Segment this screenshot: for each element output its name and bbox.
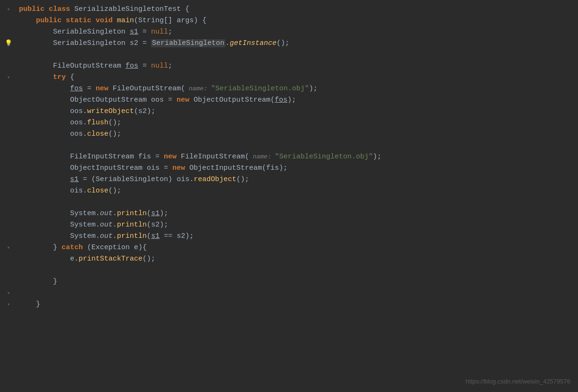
token: ) { bbox=[194, 17, 206, 25]
token: FileInputStream bbox=[70, 153, 138, 161]
token: fis bbox=[138, 153, 151, 161]
fold-icon[interactable]: ▾ bbox=[7, 289, 10, 297]
code-text: SeriableSingleton s2 = SeriableSingleton… bbox=[17, 38, 578, 49]
code-line: ▾public class SerializableSingletonTest … bbox=[0, 4, 578, 15]
token: s1 bbox=[151, 209, 160, 218]
code-line: oos.flush(); bbox=[0, 117, 578, 129]
token: (); bbox=[142, 255, 155, 263]
code-line: ObjectInputStream ois = new ObjectInputS… bbox=[0, 163, 578, 174]
token: . bbox=[96, 232, 100, 240]
fold-icon[interactable]: ▾ bbox=[7, 301, 10, 309]
code-text: fos = new FileOutputStream( name: "Seria… bbox=[17, 83, 578, 94]
code-line: public static void main(String[] args) { bbox=[0, 15, 578, 26]
code-text: e.printStackTrace(); bbox=[17, 253, 578, 264]
code-line: s1 = (SeriableSingleton) ois.readObject(… bbox=[0, 174, 578, 185]
token: new bbox=[164, 153, 181, 161]
code-text: SeriableSingleton s1 = null; bbox=[17, 26, 578, 37]
code-line bbox=[0, 140, 578, 151]
token: = bbox=[79, 175, 91, 183]
token: = bbox=[83, 85, 96, 93]
token: catch bbox=[62, 244, 87, 252]
code-line: SeriableSingleton s1 = null; bbox=[0, 26, 578, 38]
token: = bbox=[151, 153, 164, 161]
code-line: fos = new FileOutputStream( name: "Seria… bbox=[0, 83, 578, 95]
token: (); bbox=[108, 119, 121, 127]
token: . bbox=[113, 209, 117, 218]
token: name: bbox=[185, 85, 211, 92]
code-line: 💡 SeriableSingleton s2 = SeriableSinglet… bbox=[0, 38, 578, 49]
token: ; bbox=[168, 28, 172, 36]
code-text: s1 = (SeriableSingleton) ois.readObject(… bbox=[17, 174, 578, 185]
code-text bbox=[17, 140, 578, 151]
token: ( bbox=[147, 209, 151, 218]
token: s2 bbox=[177, 232, 185, 240]
fold-icon[interactable]: ▾ bbox=[7, 74, 10, 82]
token: static bbox=[66, 17, 96, 25]
token: . bbox=[83, 187, 87, 195]
token: SeriableSingleton bbox=[53, 39, 130, 47]
code-text bbox=[17, 49, 578, 60]
code-text: ois.close(); bbox=[17, 185, 578, 196]
token: SeriableSingleton bbox=[151, 39, 225, 47]
code-line: System.out.println(s2); bbox=[0, 219, 578, 231]
token: SeriableSingleton bbox=[96, 175, 168, 183]
code-line: ▾ } catch (Exception e){ bbox=[0, 242, 578, 253]
token: ObjectOutputStream bbox=[194, 96, 270, 104]
token: null bbox=[151, 62, 168, 70]
token: main bbox=[117, 17, 134, 25]
token: ( bbox=[147, 232, 151, 240]
token: . bbox=[96, 221, 100, 229]
token: ); bbox=[373, 153, 382, 161]
token: . bbox=[83, 107, 87, 115]
code-text: } bbox=[17, 299, 578, 310]
token: . bbox=[113, 232, 117, 240]
token: = bbox=[160, 164, 172, 172]
token: writeObject bbox=[87, 107, 134, 115]
token: ObjectOutputStream bbox=[70, 96, 151, 104]
code-line bbox=[0, 265, 578, 276]
token: . bbox=[83, 119, 87, 127]
token: (); bbox=[236, 175, 249, 183]
code-line: FileOutputStream fos = null; bbox=[0, 61, 578, 72]
token: System bbox=[70, 209, 96, 218]
fold-icon[interactable]: ▾ bbox=[7, 244, 10, 252]
token: . bbox=[83, 130, 87, 138]
gutter: 💡 bbox=[0, 39, 17, 48]
token: System bbox=[70, 221, 96, 229]
token: out bbox=[100, 221, 113, 229]
code-text: try { bbox=[17, 72, 578, 83]
token: flush bbox=[87, 119, 108, 127]
token: (); bbox=[276, 39, 289, 47]
code-text: public static void main(String[] args) { bbox=[17, 15, 578, 26]
token: args bbox=[172, 17, 194, 25]
token: . bbox=[189, 175, 194, 183]
token bbox=[172, 175, 177, 183]
code-text bbox=[17, 287, 578, 298]
bulb-icon[interactable]: 💡 bbox=[5, 39, 12, 48]
code-line: e.printStackTrace(); bbox=[0, 253, 578, 265]
token: . bbox=[113, 221, 117, 229]
token: ObjectInputStream bbox=[70, 164, 147, 172]
token: ois bbox=[177, 175, 189, 183]
token: SeriableSingleton bbox=[53, 28, 130, 36]
gutter: ▾ bbox=[0, 6, 17, 14]
token: = bbox=[138, 39, 151, 47]
token: println bbox=[117, 209, 147, 218]
code-text bbox=[17, 197, 578, 208]
token: ) bbox=[168, 175, 172, 183]
token: } bbox=[53, 244, 62, 252]
token: public bbox=[19, 5, 49, 13]
token: println bbox=[117, 232, 147, 240]
token: } bbox=[53, 278, 57, 286]
token: ( bbox=[270, 96, 275, 104]
code-text: FileInputStream fis = new FileInputStrea… bbox=[17, 151, 578, 162]
code-text: FileOutputStream fos = null; bbox=[17, 61, 578, 71]
code-text: ObjectOutputStream oos = new ObjectOutpu… bbox=[17, 95, 578, 105]
token: s2 bbox=[138, 107, 147, 115]
token: { bbox=[185, 5, 189, 13]
fold-icon[interactable]: ▾ bbox=[7, 6, 10, 14]
token: public bbox=[36, 17, 66, 25]
code-line bbox=[0, 197, 578, 208]
gutter: ▾ bbox=[0, 74, 17, 82]
token: s2 bbox=[151, 221, 160, 229]
